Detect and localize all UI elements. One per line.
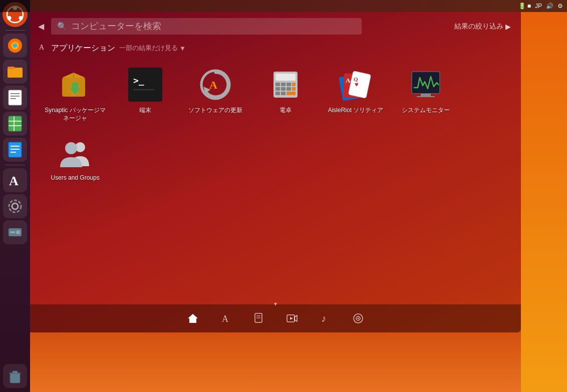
- svg-marker-72: [295, 315, 297, 321]
- volume-control[interactable]: 🔊: [546, 3, 553, 10]
- launcher-icon-docs[interactable]: [3, 138, 27, 162]
- svg-rect-13: [9, 116, 22, 131]
- search-input-wrap[interactable]: 🔍: [51, 18, 362, 35]
- spreadsheet-icon: [6, 115, 24, 133]
- calculator-icon-wrap: [267, 67, 304, 103]
- svg-rect-54: [287, 92, 296, 95]
- firefox-icon: [6, 37, 24, 55]
- topbar: 🔋 ■ JP 🔊 ⚙: [0, 0, 567, 12]
- battery-indicator: 🔋 ■: [518, 3, 531, 10]
- svg-rect-48: [275, 87, 280, 91]
- svg-rect-51: [292, 87, 296, 91]
- app-item-aisleriot[interactable]: A♠ Q ♥ AisleRiot ソリティア: [321, 62, 391, 129]
- svg-rect-27: [10, 373, 20, 383]
- svg-point-23: [9, 200, 21, 212]
- svg-point-25: [16, 230, 20, 234]
- svg-marker-66: [188, 314, 198, 323]
- svg-rect-43: [275, 74, 296, 81]
- lang-indicator[interactable]: JP: [535, 3, 542, 10]
- section-filter-btn[interactable]: 一部の結果だけ見る ▼: [119, 44, 186, 53]
- svg-point-2: [8, 16, 12, 20]
- section-title: アプリケーション: [51, 43, 115, 54]
- launcher-icon-settings[interactable]: [3, 194, 27, 218]
- filter-tab-video[interactable]: [283, 309, 301, 327]
- launcher: A: [0, 0, 30, 392]
- app-item-update[interactable]: A ソフトウェアの更新: [180, 62, 250, 129]
- app-item-terminal[interactable]: >_ 端末: [110, 62, 180, 129]
- svg-rect-46: [287, 83, 291, 86]
- svg-rect-49: [281, 87, 286, 91]
- svg-rect-52: [275, 92, 280, 95]
- launcher-separator-1: [5, 30, 25, 31]
- launcher-icon-font[interactable]: A: [3, 168, 27, 192]
- aisleriot-icon-wrap: A♠ Q ♥: [338, 67, 374, 103]
- section-filter-label: 一部の結果だけ見る: [119, 44, 178, 53]
- svg-text:A: A: [209, 79, 217, 91]
- svg-text:A: A: [39, 44, 45, 51]
- svg-point-77: [358, 318, 359, 319]
- search-bar: ◀ 🔍 結果の絞り込み ▶: [30, 12, 521, 41]
- terminal-icon-wrap: >_: [127, 67, 163, 103]
- app-item-synaptic[interactable]: Synaptic パッケージマネージャ: [40, 62, 110, 129]
- synaptic-icon: [58, 68, 92, 102]
- app-item-calculator[interactable]: 電卓: [250, 62, 321, 129]
- app-item-users-groups[interactable]: Users and Groups: [40, 129, 110, 189]
- filter-tab-apps[interactable]: A: [217, 309, 235, 327]
- svg-rect-53: [281, 92, 286, 95]
- users-groups-label: Users and Groups: [51, 174, 99, 182]
- gear-icon: ⚙: [557, 3, 563, 10]
- launcher-icon-spreadsheet[interactable]: [3, 112, 27, 136]
- launcher-separator-2: [5, 165, 25, 165]
- system-settings-btn[interactable]: ⚙: [557, 3, 563, 10]
- home-icon: [187, 312, 199, 324]
- bg-bottom: [30, 332, 521, 392]
- apps-filter-icon: A: [220, 312, 232, 324]
- filter-label: 結果の絞り込み: [454, 22, 503, 31]
- folder-icon: [6, 63, 24, 81]
- files-filter-icon: [253, 312, 265, 324]
- terminal-label: 端末: [139, 107, 151, 115]
- filter-tab-photo[interactable]: [349, 309, 367, 327]
- update-icon-wrap: A: [197, 67, 233, 103]
- svg-rect-44: [275, 83, 280, 86]
- collapse-button[interactable]: ◀: [35, 21, 47, 33]
- svg-point-6: [13, 44, 17, 48]
- calculator-label: 電卓: [279, 107, 292, 115]
- software-update-icon: A: [198, 68, 232, 102]
- svg-rect-9: [9, 90, 22, 105]
- svg-point-3: [19, 16, 23, 20]
- calculator-icon: [268, 68, 303, 102]
- svg-rect-50: [287, 87, 291, 91]
- search-icon: 🔍: [57, 22, 67, 31]
- search-input[interactable]: [71, 21, 356, 32]
- drive-icon: [6, 223, 24, 241]
- app-item-sysmon[interactable]: システムモニター: [391, 62, 461, 129]
- launcher-icon-firefox[interactable]: [3, 34, 27, 58]
- sysmon-label: システムモニター: [402, 107, 450, 115]
- section-header: A アプリケーション 一部の結果だけ見る ▼: [30, 41, 521, 58]
- svg-text:>_: >_: [133, 75, 144, 86]
- svg-rect-8: [8, 67, 15, 69]
- synaptic-icon-wrap: [57, 67, 93, 103]
- filter-tab-music[interactable]: ♪: [316, 309, 334, 327]
- filter-tab-files[interactable]: [250, 309, 268, 327]
- svg-rect-26: [10, 231, 15, 233]
- svg-point-22: [12, 203, 18, 209]
- cards-icon: A♠ Q ♥: [339, 68, 373, 102]
- font-icon: A: [6, 171, 24, 189]
- trash-icon: [6, 367, 24, 385]
- dash-panel: ◀ 🔍 結果の絞り込み ▶ A アプリケーション 一部の結果だけ見る ▼: [30, 12, 521, 332]
- filter-tab-home[interactable]: [184, 309, 202, 327]
- filter-button[interactable]: 結果の絞り込み ▶: [454, 22, 511, 31]
- users-icon: [58, 135, 92, 169]
- app-grid: Synaptic パッケージマネージャ >_ 端末: [30, 58, 521, 193]
- aisleriot-label: AisleRiot ソリティア: [328, 107, 384, 115]
- docs-icon: [6, 141, 24, 159]
- volume-icon: 🔊: [546, 3, 553, 10]
- battery-label: ■: [527, 3, 531, 10]
- launcher-icon-trash[interactable]: [3, 364, 27, 388]
- filter-arrow-icon: ▶: [505, 23, 511, 31]
- launcher-icon-drive[interactable]: [3, 220, 27, 244]
- launcher-icon-text-editor[interactable]: [3, 86, 27, 110]
- launcher-icon-files[interactable]: [3, 60, 27, 84]
